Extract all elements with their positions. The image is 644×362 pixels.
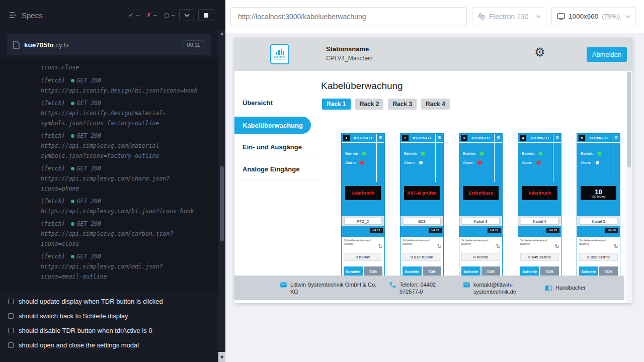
browser-selector[interactable]: Electron 130 <box>472 7 546 26</box>
sidebar-item-analoge-eingaenge[interactable]: Analoge Eingänge <box>234 158 320 180</box>
cable-name-row: Kabel 4 <box>518 216 561 226</box>
app-preview: LITTWIN SYSTEMTECHNIK Stationsname CPLV4… <box>234 38 632 303</box>
footer-company[interactable]: Littwin Systemtechnik GmbH & Co. KG <box>280 281 380 295</box>
device-gear-icon[interactable]: ⚙ <box>437 136 441 140</box>
firmware-version: V4.19 <box>488 228 501 233</box>
device-number: 3 <box>461 135 467 141</box>
measurement-panel: Schleifenwiderstand [kOhm] ↻ 0 KOhm Schl… <box>459 237 502 276</box>
viewport-selector[interactable]: 1000x660 (79%) <box>551 7 636 26</box>
scroll-down-icon[interactable]: ▼ <box>218 352 225 362</box>
test-list: should update display when TDR button is… <box>0 290 218 352</box>
stop-button[interactable] <box>198 9 213 21</box>
measurement-panel: Schleifenwiderstand [kOhm] ↻ 0.812 KOhm … <box>400 237 443 276</box>
status-dot <box>71 102 74 105</box>
cable-name: Kabel 3 <box>462 218 500 225</box>
scrollbar-thumb[interactable] <box>220 166 224 241</box>
x-icon: ✗ <box>146 12 151 19</box>
measurement-value: 0.645 KOhm <box>520 253 559 261</box>
schleife-button[interactable]: Schleife <box>461 266 480 276</box>
spec-timer: 00:11 <box>182 40 205 49</box>
screen: Specs ✓-- ✗-- ○-- kue705fo.cy.ts <box>0 0 644 362</box>
device-gear-icon[interactable]: ⚙ <box>378 136 382 140</box>
littwin-logo: LITTWIN SYSTEMTECHNIK <box>270 44 289 64</box>
version-row: V4.19 <box>518 226 561 234</box>
alarm-led <box>478 161 481 164</box>
tdr-button[interactable]: TDR <box>481 266 501 276</box>
refresh-icon[interactable]: ↻ <box>555 244 559 249</box>
version-row: V4.19 <box>400 226 443 234</box>
app-sidebar: Übersicht Kabelüberwachung Ein- und Ausg… <box>234 71 320 303</box>
alarm-led <box>419 161 423 164</box>
sidebar-item-kabelueberwachung[interactable]: Kabelüberwachung <box>234 117 311 134</box>
collapse-button[interactable] <box>179 9 194 21</box>
footer-email[interactable]: kontakt@littwin-systemtechnik.de <box>463 281 536 295</box>
tdr-button[interactable]: TDR <box>540 266 559 276</box>
log-entry[interactable]: (fetch)GET 200 https://api.simplesvg.com… <box>41 251 198 282</box>
refresh-icon[interactable]: ↻ <box>437 244 442 249</box>
footer-manuals-link[interactable]: Handbücher <box>545 284 586 292</box>
refresh-icon[interactable]: ↻ <box>378 244 383 249</box>
tdr-button[interactable]: TDR <box>364 266 383 276</box>
device-cards-row: 1KÜ705-FO⚙ Betrieb Alarm Aderbruch FTZ_2… <box>341 133 620 276</box>
scrollbar-thumb[interactable] <box>627 72 631 167</box>
specs-menu[interactable]: Specs <box>9 11 43 20</box>
test-item[interactable]: should open and close the settings modal <box>0 338 218 352</box>
divider <box>376 143 377 182</box>
refresh-icon[interactable]: ↻ <box>496 244 501 249</box>
chevron-down-icon <box>184 14 190 17</box>
test-item[interactable]: should switch back to Schleife display <box>0 309 218 323</box>
logout-button[interactable]: Abmelden <box>587 47 627 62</box>
log-entry[interactable]: (fetch)GET 200 https://api.simplesvg.com… <box>41 219 198 249</box>
schleife-button[interactable]: Schleife <box>579 266 598 276</box>
runner-scrollbar[interactable]: ▲ ▼ <box>218 30 225 362</box>
tab-rack-4[interactable]: Rack 4 <box>421 99 450 110</box>
spec-file-icon <box>13 41 20 49</box>
log-line[interactable]: icons=close <box>41 62 198 72</box>
sidebar-item-uebersicht[interactable]: Übersicht <box>234 92 320 114</box>
log-entry[interactable]: (fetch)GET 200 https://api.simplesvg.com… <box>41 196 198 216</box>
test-item[interactable]: should disable TDR button when tdrActive… <box>0 323 218 338</box>
refresh-icon[interactable]: ↻ <box>614 244 618 249</box>
tab-rack-2[interactable]: Rack 2 <box>355 99 384 110</box>
station-name: CPLV4_Maschen <box>326 55 373 62</box>
tab-rack-3[interactable]: Rack 3 <box>388 99 417 110</box>
schleife-button[interactable]: Schleife <box>520 266 539 276</box>
tab-rack-1[interactable]: Rack 1 <box>322 99 351 110</box>
betrieb-indicator: Betrieb <box>581 151 620 156</box>
test-icon <box>8 299 14 304</box>
settings-gear-icon[interactable]: ⚙ <box>534 46 545 58</box>
test-item[interactable]: should update display when TDR button is… <box>0 294 218 309</box>
device-gear-icon[interactable]: ⚙ <box>614 136 618 140</box>
station-label: Stationsname <box>326 45 369 53</box>
device-gear-icon[interactable]: ⚙ <box>555 136 559 140</box>
aut-region: http://localhost:3000/kabelueberwachung … <box>225 0 644 362</box>
scroll-up-icon[interactable]: ▲ <box>218 31 225 36</box>
device-number: 4 <box>520 135 526 141</box>
circle-icon: ○ <box>164 12 169 19</box>
device-card: 5KÜ706-FO⚙ Betrieb Alarm 10ISO MOhm Kabe… <box>577 133 620 276</box>
log-entry[interactable]: (fetch)GET 200 https://api.simplesvg.com… <box>41 131 198 161</box>
spec-file-row[interactable]: kue705fo.cy.ts 00:11 <box>7 34 211 55</box>
log-entry[interactable]: (fetch)GET 200 https://api.iconify.desig… <box>41 75 198 96</box>
measurement-label: Schleifenwiderstand [kOhm] <box>461 239 495 246</box>
schleife-button[interactable]: Schleife <box>403 266 422 276</box>
device-gear-icon[interactable]: ⚙ <box>496 136 500 140</box>
footer-phone[interactable]: Telefon: 04402 972577-0 <box>389 281 454 295</box>
url-input[interactable]: http://localhost:3000/kabelueberwachung <box>230 7 467 26</box>
device-card: 4KÜ705-FO⚙ Betrieb Alarm Aderbruch Kabel… <box>518 133 561 276</box>
schleife-button[interactable]: Schleife <box>344 266 363 276</box>
cable-name-row: Kabel 5 <box>577 216 620 226</box>
sidebar-item-ein-und-ausgaenge[interactable]: Ein- und Ausgänge <box>234 136 320 158</box>
alarm-indicator: Alarm <box>581 160 620 165</box>
log-entry[interactable]: (fetch)GET 200 https://api.iconify.desig… <box>41 98 198 128</box>
status-dot <box>71 200 74 203</box>
spec-name: kue705fo <box>24 41 54 49</box>
test-icon <box>8 342 14 348</box>
test-icon <box>8 313 14 319</box>
tdr-button[interactable]: TDR <box>423 266 442 276</box>
log-entry[interactable]: (fetch)GET 200 https://api.simplesvg.com… <box>41 163 198 194</box>
tdr-button[interactable]: TDR <box>599 266 618 276</box>
preview-scrollbar[interactable] <box>626 71 632 303</box>
email-icon <box>463 281 470 289</box>
device-model: KÜ706-FO <box>585 136 612 140</box>
